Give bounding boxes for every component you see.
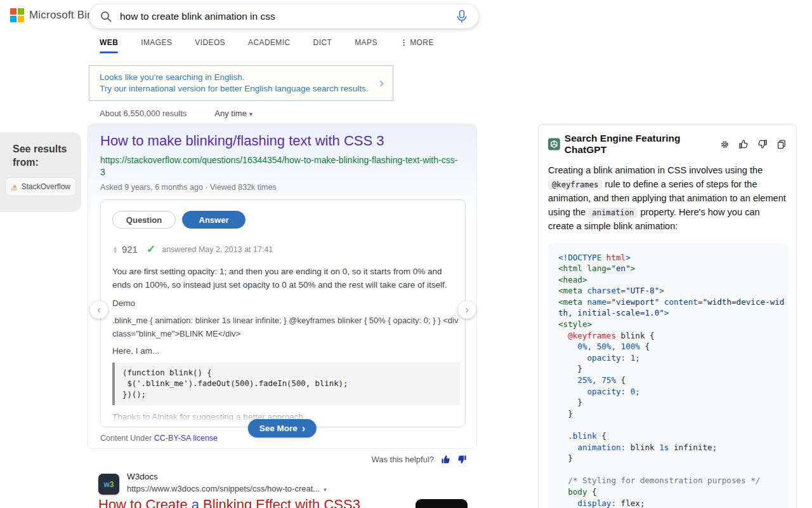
bing-search-page: Microsoft Bing WEBIMAGESVIDEOSACADEMICDI… — [0, 0, 812, 508]
code-line: 25%, 75% { — [558, 375, 778, 386]
feedback-row: Was this helpful? — [88, 450, 477, 469]
tab-academic[interactable]: ACADEMIC — [248, 38, 291, 53]
answer-body: You are first setting opacity: 1; and th… — [112, 265, 455, 291]
w3docs-title-part: a — [192, 497, 199, 508]
tab-videos[interactable]: VIDEOS — [195, 38, 225, 53]
code-line: animation: blink 1s infinite; — [558, 442, 778, 453]
search-vertical-tabs: WEBIMAGESVIDEOSACADEMICDICTMAPS⋮MORE — [100, 38, 434, 53]
answer-preview-card: Question Answer ▲▼ 921 ✓ answered May 2,… — [100, 199, 466, 427]
code-line: <meta charset="UTF-8"> — [558, 285, 778, 297]
code-line: <style> — [558, 319, 778, 330]
caret-down-icon: ▾ — [324, 486, 327, 493]
code-line: <!DOCTYPE html> — [558, 252, 778, 264]
code-line: } — [558, 363, 778, 375]
tab-images[interactable]: IMAGES — [141, 38, 172, 53]
chevron-right-icon: › — [302, 423, 305, 434]
vote-arrows-icon: ▲▼ — [112, 246, 118, 253]
answered-date: answered May 2, 2013 at 17:41 — [162, 245, 273, 254]
inline-code-chip: animation — [588, 208, 638, 218]
thumbs-down-button[interactable] — [457, 455, 467, 464]
code-line: } — [558, 453, 778, 464]
tab-web[interactable]: WEB — [100, 38, 118, 53]
code-line: } — [558, 408, 778, 420]
more-dots-icon: ⋮ — [400, 38, 408, 47]
thumbs-up-button[interactable] — [441, 455, 450, 464]
carousel-next-button[interactable]: › — [458, 301, 476, 319]
result-meta: Asked 9 years, 6 months ago · Viewed 832… — [100, 183, 464, 192]
code-line: 0%, 50%, 100% { — [558, 341, 778, 352]
code-line: display: flex; — [558, 498, 778, 508]
settings-gear-icon[interactable] — [720, 140, 730, 149]
copy-icon[interactable] — [776, 139, 787, 149]
code-line: <head> — [558, 274, 778, 286]
chat-code-block: <!DOCTYPE html><html lang="en"><head><me… — [548, 243, 788, 508]
bing-logo[interactable]: Microsoft Bing — [10, 8, 100, 22]
search-box[interactable] — [89, 4, 479, 29]
chatgpt-logo-icon — [548, 138, 560, 150]
chatgpt-panel: Search Engine Featuring ChatGPT Creating… — [538, 124, 797, 508]
result-count: About 6,550,000 results — [100, 109, 187, 118]
tab-more[interactable]: ⋮MORE — [400, 38, 434, 53]
source-label: StackOverflow — [22, 182, 70, 191]
caret-down-icon: ▾ — [249, 110, 252, 117]
w3docs-url[interactable]: https://www.w3docs.com/snippets/css/how-… — [127, 484, 327, 493]
see-more-button[interactable]: See More › — [248, 419, 317, 438]
microsoft-logo-icon — [10, 8, 24, 22]
code-line: /* Styling for demonstration purposes */ — [558, 475, 778, 486]
here-line: Here, I am... — [112, 346, 454, 356]
microphone-icon[interactable] — [455, 10, 468, 23]
helpful-label: Was this helpful? — [371, 455, 434, 464]
code-line — [558, 419, 778, 431]
see-results-from-panel: See results from: StackOverflow — [0, 132, 81, 212]
chat-answer-text: Creating a blink animation in CSS involv… — [548, 164, 788, 234]
license-link[interactable]: CC-BY-SA license — [154, 434, 218, 443]
code-line: <html lang="en"> — [558, 263, 778, 274]
result-title-link[interactable]: How to make blinking/flashing text with … — [100, 133, 464, 149]
question-tab[interactable]: Question — [112, 211, 176, 229]
stackoverflow-icon — [11, 182, 18, 192]
inline-code-chip: @keyframes — [548, 180, 602, 190]
accepted-check-icon: ✓ — [147, 243, 155, 256]
w3docs-title-part: How to Create — [98, 497, 192, 508]
demo-inline-code: .blink_me { animation: blinker 1s linear… — [112, 314, 460, 340]
code-line: } — [558, 397, 778, 408]
code-line: <meta name="viewport" content="width=dev… — [558, 297, 778, 308]
tab-maps[interactable]: MAPS — [355, 38, 377, 53]
w3docs-favicon: w3 — [98, 474, 119, 495]
vote-count: 921 — [122, 244, 138, 255]
thumbs-up-icon[interactable] — [738, 139, 749, 149]
demo-label: Demo — [112, 298, 454, 308]
w3docs-result: w3 W3docs https://www.w3docs.com/snippet… — [98, 472, 327, 495]
code-line: th, initial-scale=1.0"> — [558, 307, 778, 319]
search-input[interactable] — [120, 11, 455, 22]
chat-panel-title: Search Engine Featuring ChatGPT — [565, 133, 716, 156]
language-notice[interactable]: Looks like you're searching in English. … — [89, 65, 393, 101]
answer-tab[interactable]: Answer — [182, 211, 246, 229]
source-stackoverflow-button[interactable]: StackOverflow — [5, 177, 76, 196]
code-line: opacity: 0; — [558, 386, 778, 398]
chevron-right-icon: › — [374, 76, 384, 90]
code-line: opacity: 1; — [558, 352, 778, 364]
thumbs-down-icon[interactable] — [757, 139, 768, 149]
stackoverflow-result-card: How to make blinking/flashing text with … — [88, 124, 477, 449]
time-filter-dropdown[interactable]: Any time▾ — [214, 109, 252, 118]
jquery-code-block: (function blink() { $('.blink_me').fadeO… — [112, 363, 460, 405]
w3docs-site-name: W3docs — [127, 472, 327, 481]
see-results-from-title: See results from: — [13, 142, 81, 169]
carousel-prev-button[interactable]: ‹ — [90, 301, 108, 319]
code-line: @keyframes blink { — [558, 330, 778, 342]
w3docs-title-link[interactable]: How to Create a Blinking Effect with CSS… — [98, 497, 360, 508]
result-thumbnail[interactable] — [416, 499, 468, 508]
code-line: body { — [558, 486, 778, 498]
tab-dict[interactable]: DICT — [313, 38, 332, 53]
language-notice-text: Looks like you're searching in English. … — [100, 72, 374, 95]
search-icon — [100, 10, 112, 23]
w3docs-title-part: Blinking Effect with CSS3 — [199, 497, 360, 508]
code-line: .blink { — [558, 431, 778, 442]
code-line — [558, 464, 778, 476]
result-url: https://stackoverflow.com/questions/1634… — [100, 154, 462, 178]
